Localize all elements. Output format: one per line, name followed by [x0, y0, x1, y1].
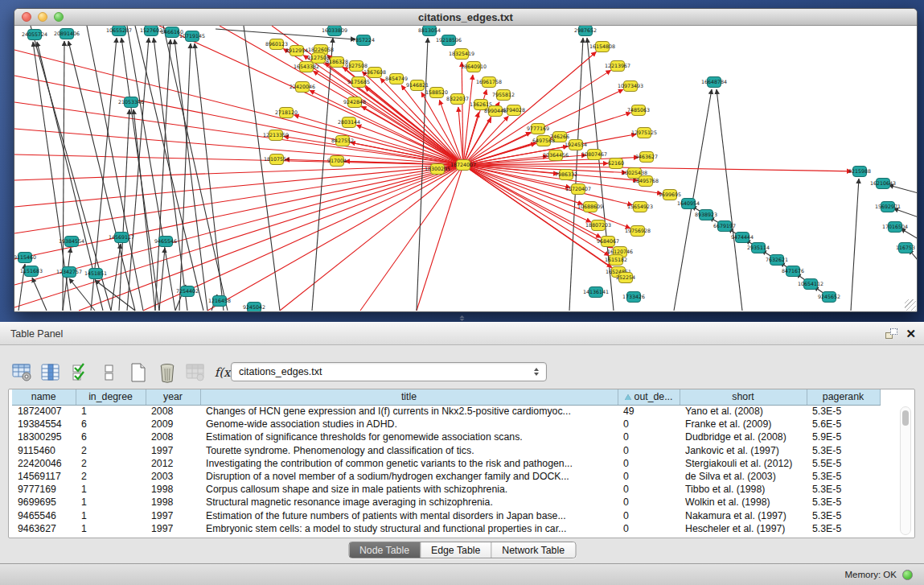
graph-node[interactable]: 8960123: [265, 39, 288, 50]
graph-node[interactable]: 62160: [608, 159, 624, 169]
graph-node[interactable]: 2987652: [574, 26, 597, 36]
graph-node[interactable]: 6497568: [532, 136, 555, 146]
window-titlebar[interactable]: citations_edges.txt: [14, 9, 917, 26]
graph-node[interactable]: 6794028: [503, 105, 525, 116]
column-header-pagerank[interactable]: pagerank: [807, 389, 880, 405]
graph-node[interactable]: 1615182: [605, 255, 627, 266]
table-row[interactable]: 977716911998Corpus callosum shape and si…: [12, 483, 880, 496]
network-file-select[interactable]: citations_edges.txt: [231, 362, 547, 381]
select-rows-check-icon[interactable]: [69, 362, 91, 384]
graph-node[interactable]: 18807203: [585, 220, 611, 231]
table-row[interactable]: 911546021997Tourette syndrome. Phenomeno…: [12, 444, 880, 457]
graph-node[interactable]: 16154808: [589, 42, 615, 52]
graph-node[interactable]: 10719145: [179, 31, 205, 42]
column-header-year[interactable]: year: [146, 389, 200, 405]
graph-node[interactable]: 21053346: [118, 97, 144, 108]
graph-node[interactable]: 8454749: [385, 74, 408, 84]
graph-node[interactable]: 9115460: [14, 253, 36, 263]
column-header-out_de[interactable]: out_de...: [618, 389, 680, 405]
graph-node[interactable]: 9699695: [659, 190, 681, 200]
graph-node[interactable]: 7857224: [352, 35, 375, 46]
delete-table-icon[interactable]: [156, 362, 178, 384]
graph-node[interactable]: 16210643: [870, 179, 896, 189]
graph-node[interactable]: 1451851: [84, 269, 107, 279]
column-header-title[interactable]: title: [200, 389, 618, 405]
graph-node[interactable]: 16033809: [322, 26, 347, 36]
column-header-short[interactable]: short: [680, 389, 807, 405]
graph-node[interactable]: 8938923: [695, 210, 717, 220]
row-height-icon[interactable]: [98, 362, 120, 384]
table-row[interactable]: 946554611997Estimation of the future num…: [12, 509, 880, 522]
table-settings-icon[interactable]: [11, 362, 33, 384]
graph-node[interactable]: 14569117: [109, 233, 134, 243]
graph-node[interactable]: 16961758: [476, 77, 502, 88]
graph-node[interactable]: 8813054: [418, 26, 441, 36]
graph-node[interactable]: 15720407: [565, 184, 591, 195]
table-row[interactable]: 1872400712008Changes of HCN gene express…: [12, 405, 880, 418]
graph-node[interactable]: 1924554: [565, 140, 587, 150]
graph-node[interactable]: 7254402: [176, 286, 199, 297]
network-canvas-container[interactable]: 1872400718226058891295489601239127508818…: [14, 26, 917, 311]
table-row[interactable]: 2242004622012Investigating the contribut…: [12, 457, 880, 470]
graph-node[interactable]: 1733426: [622, 292, 645, 303]
graph-node[interactable]: 2718120: [275, 108, 298, 118]
column-header-name[interactable]: name: [12, 389, 76, 405]
graph-node[interactable]: 19756928: [625, 226, 651, 237]
tab-node-table[interactable]: Node Table: [349, 542, 421, 558]
table-row[interactable]: 969969511998Structural magnetic resonanc…: [12, 496, 880, 509]
panel-splitter-handle[interactable]: [458, 315, 466, 322]
graph-node[interactable]: 10654112: [798, 279, 823, 290]
graph-node[interactable]: 2935114: [747, 243, 770, 253]
graph-node[interactable]: 1640954: [677, 199, 700, 209]
graph-node[interactable]: 16648784: [701, 77, 727, 88]
graph-node[interactable]: 1527602: [140, 26, 162, 36]
graph-node[interactable]: 8215988: [848, 167, 871, 177]
graph-node[interactable]: 12213967: [605, 61, 630, 72]
table-row[interactable]: 946362711997Embryonic stem cells: a mode…: [12, 522, 880, 535]
close-panel-icon[interactable]: ✕: [906, 328, 916, 340]
graph-node[interactable]: 7955812: [492, 90, 515, 101]
table-row[interactable]: 1830029562008Estimation of significance …: [12, 431, 880, 443]
graph-node[interactable]: 18107554: [264, 154, 290, 165]
graph-node[interactable]: 18495768: [633, 176, 659, 187]
graph-node[interactable]: 7632621: [766, 255, 788, 266]
graph-node[interactable]: 252254: [616, 273, 635, 283]
new-table-icon[interactable]: [127, 362, 149, 384]
graph-node[interactable]: 14136141: [583, 287, 609, 298]
graph-node[interactable]: 917004: [327, 156, 347, 167]
float-panel-icon[interactable]: [885, 328, 897, 339]
table-scrollbar-thumb[interactable]: [902, 410, 909, 426]
tab-edge-table[interactable]: Edge Table: [421, 542, 491, 558]
window-resize-grip[interactable]: [905, 299, 916, 311]
column-header-in_degree[interactable]: in_degree: [76, 389, 146, 405]
graph-node[interactable]: 9245042: [243, 303, 265, 312]
graph-node[interactable]: 20891406: [54, 29, 80, 39]
table-row[interactable]: 1456911722003Disruption of a novel membe…: [12, 470, 880, 483]
table-row[interactable]: 1938455462009Genome-wide association stu…: [12, 418, 880, 431]
graph-node[interactable]: 19218596: [436, 35, 462, 46]
graph-node[interactable]: 10973493: [618, 81, 643, 92]
table-scrollbar[interactable]: [900, 406, 911, 535]
graph-node[interactable]: 8322037: [446, 94, 469, 105]
graph-node[interactable]: 10655287: [106, 26, 132, 36]
graph-node[interactable]: 1216458: [208, 296, 231, 307]
graph-node[interactable]: 18325419: [449, 49, 474, 60]
graph-node[interactable]: 9684067: [597, 237, 619, 247]
graph-node[interactable]: 1588520: [425, 88, 448, 98]
graph-node[interactable]: 2803144: [338, 117, 360, 128]
graph-node[interactable]: 8471676: [782, 266, 804, 277]
graph-node[interactable]: 9245652: [818, 292, 840, 303]
graph-node[interactable]: 7485063: [627, 105, 650, 116]
graph-node[interactable]: 8912954: [285, 46, 308, 56]
graph-node[interactable]: 9242848: [343, 97, 366, 108]
graph-node[interactable]: 10688609: [577, 202, 603, 212]
graph-node[interactable]: 20364456: [543, 150, 569, 161]
graph-node[interactable]: 24055724: [22, 30, 47, 40]
graph-node[interactable]: 12213359: [263, 130, 289, 141]
graph-node[interactable]: 9465546: [154, 237, 177, 247]
table-header-row[interactable]: namein_degreeyeartitleout_de...shortpage…: [12, 389, 880, 405]
graph-node[interactable]: 18640910: [461, 62, 487, 72]
show-columns-icon[interactable]: [40, 362, 62, 384]
graph-node[interactable]: 10807467: [581, 150, 607, 160]
graph-node[interactable]: 12975125: [631, 128, 657, 138]
